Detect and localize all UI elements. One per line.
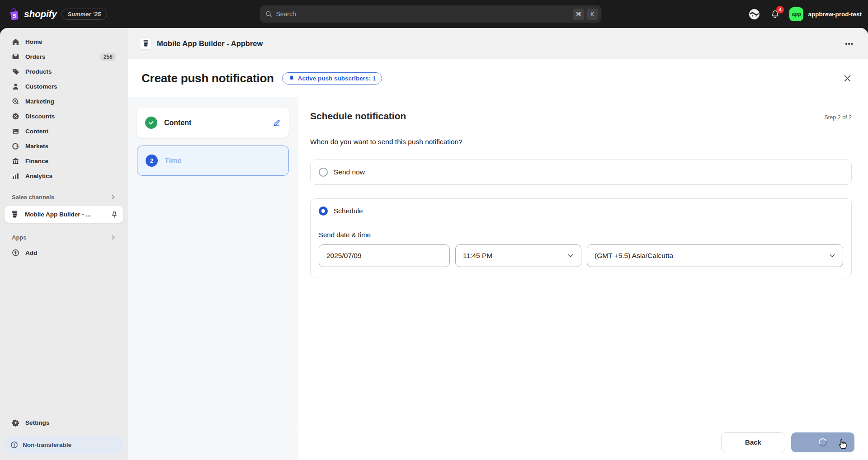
orders-count-badge: 256 [100, 53, 116, 61]
sidebar-item-mobile-app-builder[interactable]: </> Mobile App Builder - ... [5, 206, 123, 223]
settings-label: Settings [25, 419, 49, 426]
step-label: Content [164, 119, 191, 127]
sidebar-item-products[interactable]: Products [5, 64, 123, 79]
sidekick-button[interactable] [748, 8, 761, 21]
step-time[interactable]: 2 Time [137, 146, 289, 176]
sidebar-item-analytics[interactable]: Analytics [5, 169, 123, 183]
shopify-bag-icon: S [8, 7, 20, 21]
sidebar-item-label: Discounts [25, 113, 55, 120]
sidebar-item-label: Marketing [25, 98, 54, 105]
step-label: Time [165, 157, 181, 165]
cmd-key: ⌘ [573, 9, 584, 20]
sidebar-spacer [0, 260, 128, 415]
analytics-icon [12, 172, 19, 180]
bell-small-icon [288, 75, 295, 81]
markets-icon: $ [12, 142, 19, 150]
time-select[interactable]: 11:45 PM [455, 244, 581, 267]
schedule-option[interactable]: Schedule [311, 199, 851, 223]
subscribers-badge-label: Active push subscribers: 1 [298, 75, 376, 82]
loading-spinner [817, 437, 828, 447]
check-icon [148, 119, 155, 126]
subscribers-badge: Active push subscribers: 1 [282, 72, 382, 84]
non-transferable-notice[interactable]: Non-transferable [5, 436, 123, 454]
app-header: </> Mobile App Builder - Appbrew ••• [128, 28, 868, 59]
step-complete-icon [145, 117, 157, 129]
home-icon [12, 38, 19, 46]
content-panel: Create push notification Active push sub… [128, 59, 868, 460]
edit-content-button[interactable] [273, 119, 281, 127]
sidebar-item-customers[interactable]: Customers [5, 79, 123, 94]
timezone-select[interactable]: (GMT +5.5) Asia/Calcutta [587, 244, 843, 267]
notifications-button[interactable]: 4 [770, 9, 780, 19]
datetime-label: Send date & time [319, 231, 843, 239]
store-avatar: app [789, 7, 803, 21]
date-input[interactable] [319, 244, 450, 267]
customers-icon [12, 83, 19, 90]
svg-text:</>: </> [13, 214, 17, 216]
notice-label: Non-transferable [23, 441, 71, 448]
finance-icon [12, 157, 19, 165]
schedule-fields: Send date & time 11:45 PM (GMT +5.5) Asi… [311, 223, 851, 278]
close-button[interactable] [840, 71, 854, 85]
step-content[interactable]: Content [137, 108, 289, 138]
time-value: 11:45 PM [463, 252, 492, 260]
schedule-submit-button[interactable] [791, 432, 854, 452]
main-area: </> Mobile App Builder - Appbrew ••• Cre… [128, 28, 868, 460]
chevron-right-icon [110, 194, 116, 200]
sidebar-item-finance[interactable]: Finance [5, 154, 123, 169]
steps-panel: Content 2 Time [128, 97, 298, 460]
search-input[interactable] [276, 10, 571, 18]
sidebar-item-add-app[interactable]: Add [5, 245, 123, 260]
send-now-card: Send now [310, 160, 852, 185]
sidebar-item-marketing[interactable]: Marketing [5, 94, 123, 109]
sidebar: Home Orders 256 Products Customers Marke… [0, 28, 128, 460]
info-icon [10, 441, 18, 449]
shopify-logo[interactable]: S shopify [8, 7, 57, 21]
mouse-cursor [836, 437, 849, 450]
app-header-title: Mobile App Builder - Appbrew [157, 39, 263, 48]
more-actions-button[interactable]: ••• [842, 38, 856, 49]
sidebar-item-label: Markets [25, 143, 48, 150]
sidebar-item-home[interactable]: Home [5, 34, 123, 49]
sidebar-item-label: Home [25, 38, 42, 45]
timezone-value: (GMT +5.5) Asia/Calcutta [594, 252, 673, 260]
radio-schedule[interactable] [319, 207, 328, 216]
datetime-inputs: 11:45 PM (GMT +5.5) Asia/Calcutta [319, 244, 843, 267]
back-button[interactable]: Back [721, 432, 785, 452]
channel-label: Mobile App Builder - ... [25, 211, 91, 218]
global-search[interactable]: ⌘ K [259, 5, 601, 23]
topbar-right: 4 app appbrew-prod-test [748, 0, 862, 28]
sidekick-icon [748, 8, 761, 21]
notification-count-badge: 4 [776, 6, 784, 14]
schedule-form: Schedule notification Step 2 of 2 When d… [298, 97, 868, 460]
chevron-down-icon [566, 252, 575, 260]
sales-channels-header[interactable]: Sales channels [5, 191, 123, 203]
marketing-icon [12, 98, 19, 105]
sidebar-item-label: Finance [25, 158, 48, 164]
chevron-right-icon [110, 235, 116, 240]
form-head: Schedule notification Step 2 of 2 [310, 111, 852, 122]
sidebar-item-settings[interactable]: Settings [5, 415, 123, 430]
sales-channels-label: Sales channels [12, 194, 54, 201]
sidebar-item-markets[interactable]: $ Markets [5, 139, 123, 154]
pin-icon[interactable] [111, 211, 118, 218]
page-title: Create push notification [142, 71, 274, 85]
sidebar-item-label: Orders [25, 53, 45, 60]
sidebar-item-discounts[interactable]: Discounts [5, 109, 123, 124]
orders-icon [12, 53, 19, 61]
radio-send-now[interactable] [319, 168, 328, 177]
sidebar-item-orders[interactable]: Orders 256 [5, 49, 123, 64]
apps-header[interactable]: Apps [5, 231, 123, 244]
products-icon [12, 68, 19, 75]
send-now-option[interactable]: Send now [311, 160, 851, 184]
apps-label: Apps [12, 234, 27, 241]
form-body: Schedule notification Step 2 of 2 When d… [298, 97, 868, 424]
page-title-row: Create push notification Active push sub… [128, 59, 868, 97]
sidebar-item-content[interactable]: Content [5, 124, 123, 139]
form-heading: Schedule notification [310, 111, 406, 122]
plus-circle-icon [12, 249, 19, 257]
sidebar-item-label: Analytics [25, 173, 52, 179]
svg-text:</>: </> [144, 44, 148, 46]
wizard-body: Content 2 Time Schedule notification [128, 97, 868, 460]
store-menu-button[interactable]: app appbrew-prod-test [789, 7, 862, 21]
